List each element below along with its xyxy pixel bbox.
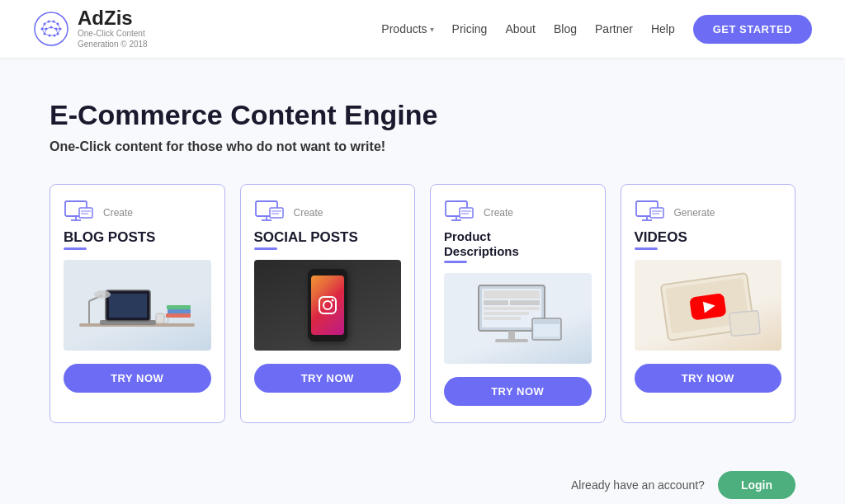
card-video-title: VIDEOS	[635, 229, 687, 246]
logo-name: AdZis	[78, 8, 148, 28]
card-product-header: Create	[444, 200, 513, 226]
card-blog-header: Create	[64, 200, 133, 226]
nav-item-products[interactable]: Products ▾	[381, 22, 433, 35]
card-blog-action: Create	[103, 207, 133, 219]
svg-line-23	[42, 29, 45, 34]
svg-point-54	[323, 301, 332, 309]
svg-rect-43	[166, 313, 191, 318]
svg-rect-59	[460, 208, 473, 218]
monitor-icon-video	[635, 200, 666, 226]
card-product-underline	[444, 261, 467, 263]
svg-line-16	[54, 21, 58, 24]
monitor-icon-product	[444, 200, 475, 226]
svg-rect-68	[484, 312, 529, 315]
social-image-placeholder	[254, 260, 402, 351]
header: AdZis One-Click Content Generation © 201…	[0, 0, 845, 58]
svg-point-42	[94, 290, 111, 299]
nav-item-about[interactable]: About	[505, 22, 536, 35]
nav-item-blog[interactable]: Blog	[554, 22, 577, 35]
phone-screen	[311, 276, 344, 335]
blog-image-placeholder	[64, 260, 211, 351]
instagram-icon	[316, 294, 339, 317]
svg-rect-39	[109, 294, 147, 318]
video-scene-svg	[648, 266, 767, 345]
main-content: E-Commerce Content Engine One-Click cont…	[0, 58, 845, 456]
video-image-placeholder	[635, 260, 782, 351]
svg-rect-64	[484, 290, 540, 299]
svg-point-55	[331, 299, 333, 302]
blog-scene-svg	[71, 264, 203, 346]
svg-point-0	[35, 12, 68, 45]
svg-rect-71	[495, 339, 528, 342]
svg-rect-70	[508, 331, 515, 339]
logo-tagline: One-Click Content Generation © 2018	[78, 28, 148, 49]
page-title: E-Commerce Content Engine	[50, 99, 795, 131]
logo-area: AdZis One-Click Content Generation © 201…	[33, 8, 148, 49]
svg-rect-69	[484, 317, 521, 320]
svg-rect-78	[650, 208, 663, 218]
card-blog-posts: Create BLOG POSTS	[50, 184, 225, 423]
footer-bar: Already have an account? Login	[0, 456, 845, 504]
svg-rect-44	[168, 309, 191, 313]
svg-line-27	[58, 29, 60, 34]
login-button[interactable]: Login	[718, 471, 795, 499]
svg-line-14	[45, 21, 49, 24]
card-social-image	[254, 260, 402, 351]
cards-row: Create BLOG POSTS	[50, 184, 795, 423]
card-video-image	[635, 260, 782, 351]
logo-icon	[33, 11, 69, 47]
card-social-header: Create	[254, 200, 323, 226]
card-product-action: Create	[484, 207, 513, 219]
monitor-icon-social	[254, 200, 286, 226]
logo-text: AdZis One-Click Content Generation © 201…	[78, 8, 148, 49]
card-video-header: Generate	[635, 200, 715, 226]
svg-rect-66	[510, 300, 540, 305]
svg-rect-50	[270, 208, 283, 218]
products-dropdown-arrow: ▾	[430, 25, 434, 34]
nav-item-help[interactable]: Help	[651, 22, 675, 35]
nav-item-partner[interactable]: Partner	[595, 22, 633, 35]
card-videos: Generate VIDEOS	[621, 184, 796, 423]
svg-rect-46	[156, 313, 164, 323]
card-product-title: Product Descriptions	[444, 229, 519, 259]
card-product-image	[444, 273, 592, 364]
card-social-action: Create	[294, 207, 323, 219]
svg-rect-85	[729, 310, 760, 336]
main-nav: Products ▾ Pricing About Blog Partner He…	[381, 15, 812, 44]
card-social-title: SOCIAL POSTS	[254, 229, 358, 246]
card-social-posts: Create SOCIAL POSTS	[240, 184, 416, 423]
product-image-placeholder	[444, 273, 592, 364]
svg-rect-67	[484, 307, 540, 310]
card-blog-image	[64, 260, 211, 351]
card-blog-underline	[64, 247, 87, 250]
svg-rect-45	[167, 305, 191, 309]
blog-try-now-button[interactable]: TRY NOW	[64, 364, 211, 393]
social-try-now-button[interactable]: TRY NOW	[254, 364, 402, 393]
phone-shape	[308, 269, 347, 341]
login-prompt: Already have an account?	[571, 478, 705, 492]
svg-rect-33	[79, 208, 92, 218]
svg-rect-65	[484, 300, 508, 305]
nav-item-pricing[interactable]: Pricing	[452, 22, 488, 35]
card-video-underline	[635, 247, 658, 250]
card-video-action: Generate	[674, 207, 715, 219]
monitor-icon	[64, 200, 95, 226]
product-try-now-button[interactable]: TRY NOW	[444, 377, 592, 406]
video-try-now-button[interactable]: TRY NOW	[635, 364, 782, 393]
card-social-underline	[254, 247, 277, 250]
product-scene-svg	[454, 277, 582, 360]
card-blog-title: BLOG POSTS	[64, 229, 155, 246]
svg-line-21	[42, 24, 45, 29]
get-started-button[interactable]: GET STARTED	[693, 15, 812, 44]
svg-line-22	[58, 24, 60, 29]
page-subtitle: One-Click content for those who do not w…	[50, 139, 795, 154]
card-product-desc: Create Product Descriptions	[430, 184, 606, 423]
svg-rect-74	[534, 320, 559, 324]
